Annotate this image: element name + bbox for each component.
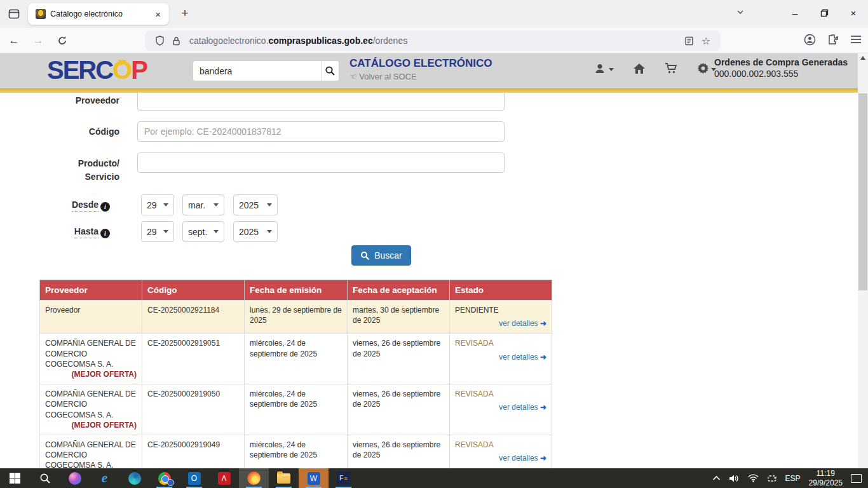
- table-row: COMPAÑIA GENERAL DE COMERCIO COGECOMSA S…: [40, 384, 552, 435]
- file-explorer-icon: [277, 473, 290, 484]
- outlook-icon: O: [188, 472, 201, 485]
- site-header: SERCOP ➤ CATÁLOGO ELECTRÓNICO ☜ Volver a…: [0, 53, 868, 88]
- acceptance-date: viernes, 26 de septiembre de 2025: [348, 384, 450, 435]
- restore-button[interactable]: [810, 0, 839, 25]
- browser-tab[interactable]: Catálogo electrónico ×: [28, 3, 169, 25]
- reload-button[interactable]: [52, 30, 72, 51]
- producto-servicio-input[interactable]: [137, 152, 505, 173]
- url-subdomain: catalogoelectronico.: [189, 36, 269, 46]
- hasta-day-select[interactable]: 29: [141, 221, 174, 242]
- desde-day-select[interactable]: 29: [141, 194, 174, 215]
- back-button[interactable]: ←: [4, 30, 24, 51]
- shield-icon[interactable]: [155, 36, 165, 46]
- lock-icon[interactable]: [172, 36, 180, 46]
- header-icon-menu: [594, 62, 716, 74]
- forward-button[interactable]: →: [28, 30, 48, 51]
- proveedor-input[interactable]: [137, 90, 505, 111]
- emission-date: lunes, 29 de septiembre de 2025: [245, 301, 348, 334]
- best-offer-tag: (MEJOR OFERTA): [72, 420, 137, 430]
- reader-view-icon[interactable]: [684, 36, 694, 46]
- taskbar-outlook-button[interactable]: O: [179, 468, 209, 488]
- account-icon[interactable]: [804, 34, 816, 48]
- tab-title: Catálogo electrónico: [50, 10, 152, 18]
- taskbar-search-button[interactable]: [30, 468, 60, 488]
- ver-detalles-link[interactable]: ver detalles ➜: [455, 318, 546, 329]
- codigo-label: Código: [37, 126, 119, 137]
- header-search-button[interactable]: [321, 61, 339, 81]
- tray-app-icon[interactable]: ¤: [767, 474, 777, 483]
- hasta-year-select[interactable]: 2025: [233, 221, 278, 242]
- scrollbar-thumb[interactable]: [858, 93, 867, 290]
- best-offer-tag: (MEJOR OFERTA): [72, 369, 137, 379]
- firefox-view-icon[interactable]: [5, 5, 23, 23]
- status-badge: PENDIENTE: [455, 305, 546, 315]
- taskbar-word-button[interactable]: W: [299, 468, 329, 488]
- taskbar-chrome-button[interactable]: [149, 468, 179, 488]
- extensions-puzzle-icon[interactable]: [827, 34, 839, 48]
- account-info: Ordenes de Compra Generadas 000.000.002.…: [714, 57, 851, 79]
- tab-close-icon[interactable]: ×: [152, 8, 164, 21]
- header-search-input[interactable]: [193, 61, 321, 81]
- window-controls: – ×: [780, 0, 868, 25]
- tray-time: 11:19: [817, 469, 835, 478]
- status-badge: REVISADA: [455, 338, 546, 348]
- windows-taskbar: e O Λ W F≡ ¤ ESP 11:19 29/9/2025: [0, 468, 868, 488]
- hasta-info-icon[interactable]: [100, 229, 110, 238]
- home-icon[interactable]: [633, 63, 646, 74]
- orders-table: Proveedor Código Fecha de emisión Fecha …: [39, 280, 552, 488]
- scroll-up-arrow-icon[interactable]: [860, 56, 865, 60]
- col-codigo: Código: [142, 280, 245, 301]
- clock[interactable]: 11:19 29/9/2025: [809, 469, 843, 487]
- edge-icon: [128, 472, 141, 485]
- chevron-down-icon: [163, 203, 168, 207]
- taskbar-copilot-button[interactable]: [60, 468, 90, 488]
- settings-gear-icon[interactable]: [697, 62, 716, 74]
- menu-hamburger-icon[interactable]: [850, 35, 862, 46]
- col-fecha-emision: Fecha de emisión: [245, 280, 348, 301]
- notification-center-icon[interactable]: [851, 474, 862, 483]
- desde-month-select[interactable]: mar.: [182, 194, 224, 215]
- chevron-down-icon: [163, 230, 168, 233]
- taskbar-explorer-button[interactable]: [269, 468, 299, 488]
- wifi-icon[interactable]: [748, 474, 759, 482]
- provider-name: Proveedor: [45, 306, 80, 315]
- chevron-down-icon: [267, 203, 272, 207]
- desde-year-select[interactable]: 2025: [233, 194, 278, 215]
- table-header-row: Proveedor Código Fecha de emisión Fecha …: [40, 280, 552, 301]
- proveedor-label: Proveedor: [37, 95, 119, 105]
- account-id: 000.000.002.903.555: [714, 69, 851, 79]
- site-title: CATÁLOGO ELECTRÓNICO: [349, 57, 492, 70]
- taskbar-adobe-button[interactable]: Λ: [209, 468, 239, 488]
- search-icon: [39, 473, 51, 484]
- bookmark-star-icon[interactable]: ☆: [702, 35, 710, 47]
- volume-icon[interactable]: [729, 474, 740, 483]
- status-badge: REVISADA: [455, 440, 546, 450]
- ver-detalles-link[interactable]: ver detalles ➜: [455, 453, 546, 463]
- taskbar-edge-button[interactable]: [119, 468, 149, 488]
- tab-list-chevron-icon[interactable]: [736, 8, 745, 19]
- codigo-input[interactable]: [137, 121, 505, 142]
- minimize-button[interactable]: –: [780, 0, 810, 25]
- account-label: Ordenes de Compra Generadas: [714, 57, 851, 67]
- chrome-profile-badge: [167, 479, 174, 486]
- volver-soce-link[interactable]: ☜ Volver al SOCE: [349, 72, 417, 81]
- taskbar-fes-button[interactable]: F≡: [329, 468, 358, 488]
- cart-icon[interactable]: [665, 62, 678, 74]
- start-button[interactable]: [0, 468, 30, 488]
- ver-detalles-link[interactable]: ver detalles ➜: [455, 402, 546, 412]
- close-button[interactable]: ×: [839, 0, 868, 25]
- language-indicator[interactable]: ESP: [785, 474, 801, 483]
- desde-info-icon[interactable]: [100, 202, 110, 212]
- sercop-logo[interactable]: SERCOP: [47, 56, 147, 85]
- ver-detalles-link[interactable]: ver detalles ➜: [455, 352, 546, 362]
- buscar-button[interactable]: Buscar: [351, 245, 411, 266]
- tray-expand-chevron-icon[interactable]: [712, 475, 721, 481]
- hasta-month-select[interactable]: sept.: [182, 221, 224, 242]
- new-tab-button[interactable]: +: [177, 6, 193, 20]
- taskbar-firefox-button[interactable]: [239, 468, 269, 488]
- user-menu-icon[interactable]: [594, 63, 614, 74]
- url-bar[interactable]: catalogoelectronico.compraspublicas.gob.…: [145, 30, 721, 51]
- taskbar-ie-button[interactable]: e: [90, 468, 119, 488]
- order-code: CE-20250002919050: [142, 384, 245, 435]
- vertical-scrollbar[interactable]: [858, 53, 868, 488]
